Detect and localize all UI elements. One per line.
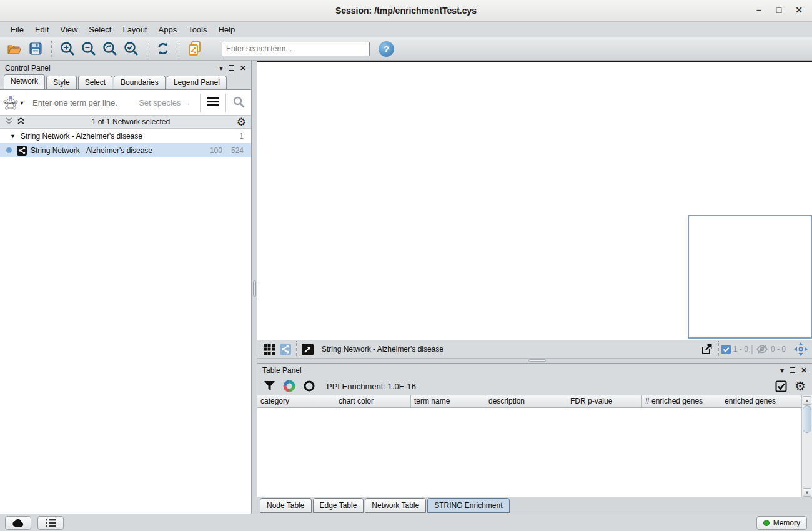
table-scrollbar[interactable]: ▲ ▼ (801, 395, 812, 497)
network-selection-bar: 1 of 1 Network selected ⚙ (0, 116, 251, 129)
grid-icon (264, 344, 275, 355)
expand-all-button[interactable] (17, 116, 25, 127)
gear-icon[interactable]: ⚙ (795, 380, 806, 392)
search-input[interactable] (222, 42, 370, 56)
maximize-button[interactable]: □ (770, 5, 788, 17)
gear-icon[interactable]: ⚙ (237, 117, 246, 127)
float-panel-icon[interactable] (229, 64, 234, 72)
chart-donut-icon[interactable] (283, 380, 295, 392)
zoom-out-button[interactable] (79, 39, 98, 58)
close-panel-icon[interactable]: ✕ (240, 64, 246, 72)
column-header-chart-color[interactable]: chart color (335, 395, 411, 407)
menu-layout[interactable]: Layout (117, 24, 152, 36)
menu-file[interactable]: File (5, 24, 29, 36)
minimize-button[interactable]: – (750, 5, 768, 17)
zoom-selected-button[interactable] (122, 39, 141, 58)
menu-select[interactable]: Select (83, 24, 117, 36)
birds-eye-view[interactable] (688, 215, 812, 339)
title-bar: Session: /tmp/enrichmentTest.cys – □ ✕ (0, 0, 812, 22)
help-button[interactable]: ? (379, 41, 394, 57)
clone-network-button[interactable] (186, 39, 204, 58)
navigator-compass-icon[interactable] (793, 342, 808, 357)
export-network-button[interactable] (698, 342, 716, 357)
control-panel-header: Control Panel ▾ ✕ (0, 61, 251, 75)
open-in-browser-button[interactable] (299, 342, 315, 357)
panel-menu-icon[interactable]: ▾ (219, 64, 223, 72)
string-share-button[interactable] (277, 342, 294, 357)
refresh-button[interactable] (154, 39, 172, 58)
horizontal-splitter[interactable] (257, 359, 812, 363)
menu-tools[interactable]: Tools (182, 24, 212, 36)
status-bar: Memory (0, 514, 812, 531)
network-title-bar: String Network - Alzheimer's disease 1 -… (257, 340, 812, 359)
divider (718, 341, 719, 357)
splitter-grip[interactable] (528, 359, 546, 362)
menu-view[interactable]: View (54, 24, 83, 36)
network-row-selected[interactable]: String Network - Alzheimer's disease 100… (0, 143, 251, 157)
string-options-button[interactable] (201, 97, 225, 109)
string-search-button[interactable] (226, 96, 251, 111)
save-icon (29, 42, 42, 56)
tab-string-enrichment[interactable]: STRING Enrichment (427, 498, 509, 513)
menu-edit[interactable]: Edit (29, 24, 54, 36)
close-button[interactable]: ✕ (790, 5, 808, 17)
copy-network-icon (187, 41, 203, 57)
string-protein-query-selector[interactable]: STRING ▼ (0, 91, 27, 115)
birds-eye-canvas[interactable] (689, 216, 811, 337)
string-query-input[interactable] (27, 98, 139, 107)
cloud-tasks-button[interactable] (5, 516, 31, 530)
scroll-down-icon[interactable]: ▼ (803, 488, 811, 497)
network-selected-label: 1 of 1 Network selected (25, 117, 237, 126)
tab-network-table[interactable]: Network Table (365, 498, 426, 513)
toolbar-separator (179, 41, 179, 57)
select-all-checkbox-icon[interactable] (775, 380, 787, 392)
zoom-out-icon (81, 41, 97, 57)
current-network-dot (6, 147, 12, 153)
float-panel-icon[interactable] (790, 366, 795, 375)
scrollbar-thumb[interactable] (803, 405, 811, 433)
splitter-handle[interactable] (253, 280, 256, 297)
column-header--enriched-genes[interactable]: # enriched genes (642, 395, 721, 407)
export-icon (700, 342, 714, 356)
column-header-FDR-p-value[interactable]: FDR p-value (567, 395, 642, 407)
tab-select[interactable]: Select (78, 76, 112, 89)
tree-expander-icon[interactable]: ▼ (10, 133, 16, 139)
filter-icon[interactable] (264, 380, 275, 392)
selected-nodes-checkbox-icon[interactable] (721, 345, 731, 354)
tab-boundaries[interactable]: Boundaries (114, 76, 166, 89)
zoom-in-button[interactable] (58, 39, 77, 58)
memory-button[interactable]: Memory (756, 516, 807, 530)
menu-help[interactable]: Help (213, 24, 241, 36)
node-count: 100 (210, 146, 222, 155)
task-history-button[interactable] (37, 516, 64, 530)
memory-label: Memory (773, 519, 800, 527)
tab-style[interactable]: Style (46, 76, 77, 89)
open-session-button[interactable] (5, 39, 24, 58)
zoom-fit-button[interactable] (101, 39, 119, 58)
close-panel-icon[interactable]: ✕ (801, 366, 807, 375)
panel-menu-icon[interactable]: ▾ (780, 366, 784, 375)
ppi-enrichment-label: PPI Enrichment: 1.0E-16 (327, 382, 768, 391)
tab-network[interactable]: Network (4, 74, 45, 89)
scroll-up-icon[interactable]: ▲ (803, 396, 811, 405)
vertical-splitter[interactable] (252, 61, 257, 514)
hidden-eye-icon[interactable] (756, 344, 768, 354)
tab-edge-table[interactable]: Edge Table (313, 498, 364, 513)
column-header-term-name[interactable]: term name (411, 395, 485, 407)
string-search-bar: STRING ▼ Set species → (0, 91, 251, 116)
column-header-description[interactable]: description (485, 395, 567, 407)
save-session-button[interactable] (26, 39, 45, 58)
collapse-all-button[interactable] (5, 116, 13, 127)
hidden-count: 0 - 0 (771, 345, 786, 354)
grid-view-button[interactable] (261, 342, 277, 357)
column-header-enriched-genes[interactable]: enriched genes (721, 395, 801, 407)
tab-node-table[interactable]: Node Table (260, 498, 312, 513)
tab-legend-panel[interactable]: Legend Panel (167, 76, 227, 89)
set-species-label[interactable]: Set species → (139, 98, 200, 107)
string-network-icon (17, 146, 27, 156)
column-header-category[interactable]: category (257, 395, 335, 407)
menu-apps[interactable]: Apps (153, 24, 183, 36)
ring-chart-icon[interactable] (303, 380, 315, 392)
network-collection-row[interactable]: ▼ String Network - Alzheimer's disease 1 (0, 129, 251, 143)
share-icon (280, 344, 291, 355)
